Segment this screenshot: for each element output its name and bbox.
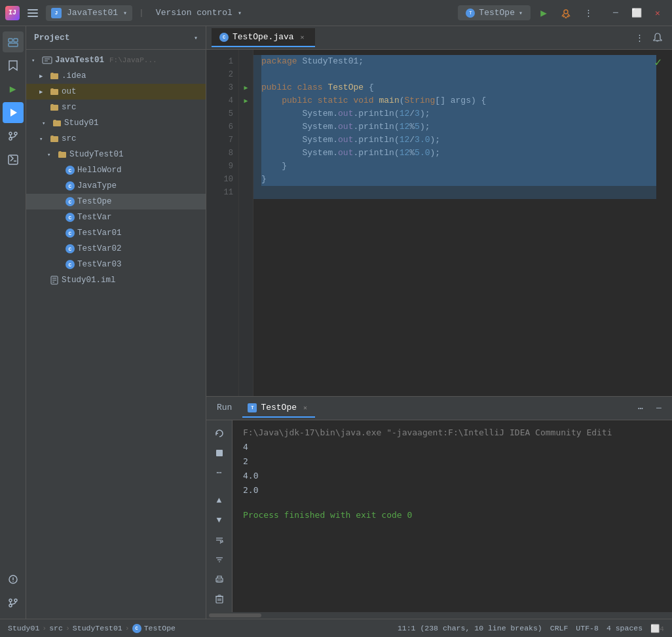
code-editor[interactable]: 1 2 3 4 5 6 7 8 9 10 11 ▶ ▶ [206, 50, 672, 396]
h-scrollbar-thumb[interactable] [209, 613, 261, 617]
close-button[interactable]: ✕ [648, 4, 667, 22]
tree-label-src-root: src [62, 103, 77, 112]
run-sidebar-icon[interactable]: ▶ [3, 79, 24, 100]
tree-path-javatest01: F:\JavaP... [109, 56, 157, 64]
editor-tab-close[interactable]: ✕ [298, 33, 307, 42]
java-icon-testvar01: C [65, 228, 75, 238]
tree-label-javatype: JavaType [77, 181, 117, 191]
debug-button[interactable] [557, 4, 575, 22]
tree-item-testvar03[interactable]: C TestVar03 [26, 257, 206, 272]
tree-item-javatype[interactable]: C JavaType [26, 178, 206, 194]
vcs-arrow: ▾ [238, 9, 242, 17]
breadcrumb-java-icon: C [132, 624, 141, 633]
run-print-icon[interactable] [210, 572, 229, 587]
bottom-minimize-btn[interactable]: ─ [651, 401, 667, 416]
project-selector[interactable]: J JavaTest01 ▾ [46, 5, 132, 21]
java-icon-testope: C [65, 197, 75, 206]
tree-item-study01[interactable]: ▾ Study01 [26, 115, 206, 131]
svg-point-7 [567, 15, 569, 17]
tree-label-testvar01: TestVar01 [77, 228, 122, 238]
git-sidebar-icon[interactable] [3, 126, 24, 147]
run-gutter-line4[interactable]: ▶ [239, 94, 253, 107]
run-stop-icon[interactable] [210, 445, 229, 461]
run-output-2: 2 [243, 454, 654, 469]
code-line-7: System.out.println(12/3.0); [261, 134, 656, 147]
tree-label-studytest01: StudyTest01 [69, 150, 124, 159]
hamburger-menu[interactable] [24, 4, 42, 22]
bottom-tab-close[interactable]: ✕ [301, 403, 310, 412]
editor-tabs: C TestOpe.java ✕ ⋮ [206, 26, 672, 50]
tree-item-src-root[interactable]: ▶ src [26, 100, 206, 115]
minimize-button[interactable]: ─ [607, 4, 625, 22]
title-run-tab[interactable]: T TestOpe ▾ [458, 5, 531, 20]
status-line-sep[interactable]: CRLF [550, 624, 569, 632]
editor-scrollbar[interactable] [664, 50, 672, 396]
run-scrollbar[interactable] [664, 420, 672, 612]
tree-item-testvar[interactable]: C TestVar [26, 209, 206, 225]
run-gutter-line3[interactable]: ▶ [239, 81, 253, 94]
editor-tab-file-icon: C [219, 33, 229, 42]
run-wrap-icon[interactable] [210, 532, 229, 548]
arrow-javatest01: ▾ [31, 57, 39, 64]
bottom-panel: Run T TestOpe ✕ ⋯ ─ [206, 396, 672, 619]
code-line-9: } [261, 160, 656, 173]
editor-checkmark: ✓ [654, 55, 662, 69]
run-scroll-down-icon[interactable]: ▼ [210, 513, 229, 528]
tree-item-testope[interactable]: C TestOpe [26, 194, 206, 209]
restore-button[interactable]: ⬜ [627, 4, 646, 22]
project-sidebar-icon[interactable] [3, 31, 24, 52]
svg-rect-10 [9, 43, 18, 46]
bottom-tab-run[interactable]: Run [212, 399, 237, 418]
editor-tab-testope[interactable]: C TestOpe.java ✕ [212, 28, 315, 47]
tree-item-helloword[interactable]: C HelloWord [26, 162, 206, 178]
tree-item-studytest01[interactable]: ▾ StudyTest01 [26, 147, 206, 162]
run-trash-icon[interactable] [210, 591, 229, 607]
run-panel-content: ⋯ ▲ ▼ [206, 420, 672, 612]
breadcrumb-testope[interactable]: TestOpe [144, 624, 176, 632]
breadcrumb-studytest01[interactable]: StudyTest01 [73, 624, 122, 632]
project-panel-header[interactable]: Project ▾ [26, 26, 206, 50]
project-tree: ▾ JavaTest01 F:\JavaP... ▶ .idea ▶ [26, 50, 206, 619]
status-position[interactable]: 11:1 (238 chars, 10 line breaks) [398, 624, 542, 632]
tree-label-study01: Study01 [64, 118, 99, 128]
terminal-sidebar-icon[interactable] [3, 149, 24, 170]
h-scrollbar[interactable] [206, 612, 672, 619]
svg-rect-9 [9, 39, 12, 42]
code-line-3: public class TestOpe { [261, 81, 656, 94]
status-indent[interactable]: 4 spaces [607, 624, 643, 632]
tree-item-javatest01[interactable]: ▾ JavaTest01 F:\JavaP... [26, 52, 206, 68]
run-rerun-icon[interactable] [210, 426, 229, 441]
more-menu[interactable]: ⋮ [579, 4, 597, 22]
status-encoding[interactable]: UTF-8 [576, 624, 599, 632]
run-filter-icon[interactable] [210, 552, 229, 568]
folder-icon-study01-src [50, 134, 59, 143]
run-active-sidebar-icon[interactable] [3, 102, 24, 123]
run-scroll-up-icon[interactable]: ▲ [210, 493, 229, 509]
project-panel-arrow: ▾ [194, 34, 198, 42]
run-button[interactable]: ▶ [534, 4, 553, 22]
tree-item-study01-src[interactable]: ▾ src [26, 131, 206, 147]
editor-tab-more[interactable]: ⋮ [630, 29, 648, 47]
tree-item-study01iml[interactable]: Study01.iml [26, 272, 206, 288]
tree-item-testvar01[interactable]: C TestVar01 [26, 225, 206, 241]
run-ellipsis-icon[interactable]: ⋯ [210, 465, 229, 481]
project-panel-title: Project [34, 33, 191, 43]
breadcrumb-study01[interactable]: Study01 [8, 624, 39, 632]
code-content[interactable]: package StudyTest01; public class TestOp… [253, 50, 664, 396]
bottom-more-btn[interactable]: ⋯ [633, 401, 648, 416]
tree-item-out[interactable]: ▶ out [26, 84, 206, 100]
title-tab-icon: T [466, 9, 475, 18]
problems-sidebar-icon[interactable] [3, 569, 24, 590]
tree-item-idea[interactable]: ▶ .idea [26, 68, 206, 84]
tree-item-testvar02[interactable]: C TestVar02 [26, 241, 206, 257]
bottom-tab-testope-icon: T [248, 403, 257, 412]
bottom-tab-testope[interactable]: T TestOpe ✕ [242, 399, 315, 418]
notifications-icon[interactable] [648, 29, 667, 47]
title-tab-name: TestOpe [479, 8, 515, 18]
tree-label-javatest01: JavaTest01 [55, 56, 104, 65]
breadcrumb-src[interactable]: src [49, 624, 63, 632]
vcs-menu[interactable]: Version control ▾ [151, 5, 247, 20]
git2-sidebar-icon[interactable] [3, 592, 24, 613]
bookmark-sidebar-icon[interactable] [3, 55, 24, 76]
svg-rect-26 [43, 57, 52, 64]
